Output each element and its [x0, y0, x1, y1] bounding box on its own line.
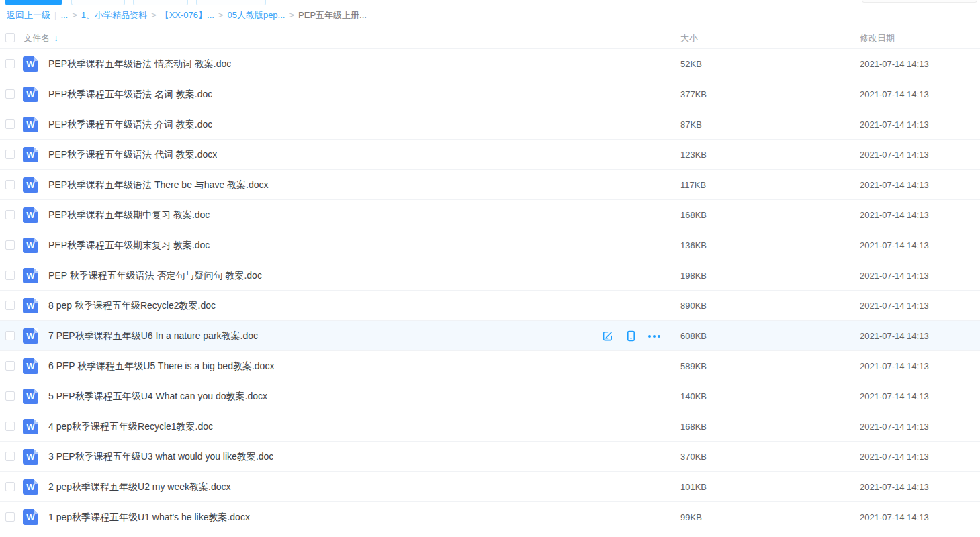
word-file-icon: W [23, 177, 38, 193]
breadcrumb-link[interactable]: 05人教版pep... [227, 10, 285, 20]
row-checkbox[interactable] [5, 301, 15, 310]
word-file-icon: W [23, 509, 38, 525]
file-modified-date: 2021-07-14 14:13 [860, 351, 929, 381]
file-row[interactable]: W PEP秋季课程五年级语法 There be 与have 教案.docx 11 [0, 170, 980, 200]
file-name[interactable]: PEP秋季课程五年级期中复习 教案.doc [48, 200, 210, 230]
word-file-icon: W [23, 298, 38, 313]
breadcrumb-link[interactable]: 1、小学精品资料 [81, 10, 147, 20]
file-modified-date: 2021-07-14 14:13 [860, 381, 929, 411]
row-checkbox[interactable] [5, 361, 15, 371]
file-name[interactable]: PEP秋季课程五年级语法 名词 教案.doc [48, 79, 212, 109]
file-name[interactable]: 2 pep秋季课程五年级U2 my week教案.docx [48, 472, 231, 502]
row-checkbox[interactable] [5, 210, 15, 219]
breadcrumb-current: PEP五年级上册... [298, 10, 367, 20]
file-row[interactable]: W PEP秋季课程五年级语法 名词 教案.doc 377KB 2021- [0, 79, 980, 109]
row-checkbox[interactable] [5, 240, 15, 250]
file-modified-date: 2021-07-14 14:13 [860, 411, 929, 442]
file-size: 608KB [680, 321, 707, 351]
row-checkbox[interactable] [5, 422, 15, 431]
row-checkbox[interactable] [5, 119, 15, 129]
breadcrumb-back-link[interactable]: 返回上一级 [7, 10, 50, 20]
file-size: 99KB [680, 502, 702, 532]
column-header-filename[interactable]: 文件名↓ [24, 32, 58, 44]
file-modified-date: 2021-07-14 14:13 [860, 260, 929, 291]
file-row[interactable]: W 1 pep秋季课程五年级U1 what's he like教案.docx 9 [0, 502, 980, 532]
file-modified-date: 2021-07-14 14:13 [860, 49, 929, 79]
toolbar-stub-button-3[interactable] [133, 0, 188, 5]
file-name[interactable]: 4 pep秋季课程五年级Recycle1教案.doc [48, 411, 213, 442]
file-name[interactable]: 7 PEP秋季课程五年级U6 In a nature park教案.doc [48, 321, 258, 351]
row-checkbox[interactable] [5, 180, 15, 189]
file-size: 370KB [680, 442, 707, 472]
toolbar-stub-primary-button[interactable] [5, 0, 62, 5]
select-all-checkbox[interactable] [5, 33, 15, 42]
row-checkbox[interactable] [5, 271, 15, 280]
column-header-filename-label: 文件名 [24, 33, 50, 43]
file-size: 123KB [680, 140, 707, 170]
file-row[interactable]: W 6 PEP 秋季课程五年级U5 There is a big bed教案.d… [0, 351, 980, 381]
file-row[interactable]: W PEP秋季课程五年级期末复习 教案.doc 136KB 2021-0 [0, 230, 980, 260]
row-checkbox[interactable] [5, 89, 15, 99]
column-header-modified[interactable]: 修改日期 [860, 32, 895, 44]
file-name[interactable]: 6 PEP 秋季课程五年级U5 There is a big bed教案.doc… [48, 351, 274, 381]
row-checkbox[interactable] [5, 512, 15, 522]
file-name[interactable]: PEP秋季课程五年级语法 There be 与have 教案.docx [48, 170, 269, 200]
row-checkbox[interactable] [5, 391, 15, 401]
column-header-size[interactable]: 大小 [680, 32, 698, 44]
toolbar-stub-button-2[interactable] [71, 0, 125, 5]
word-file-icon: W [23, 56, 38, 72]
breadcrumb-link[interactable]: ... [60, 10, 68, 20]
breadcrumb: 返回上一级|...>1、小学精品资料>【XX-076】...>05人教版pep.… [7, 9, 367, 21]
file-row[interactable]: W 4 pep秋季课程五年级Recycle1教案.doc 168KB 2 [0, 411, 980, 442]
file-modified-date: 2021-07-14 14:13 [860, 140, 929, 170]
file-row[interactable]: W 2 pep秋季课程五年级U2 my week教案.docx 101KB [0, 472, 980, 502]
file-name[interactable]: 1 pep秋季课程五年级U1 what's he like教案.docx [48, 502, 250, 532]
word-file-icon: W [23, 117, 38, 132]
file-name[interactable]: PEP秋季课程五年级语法 介词 教案.doc [48, 109, 212, 140]
file-row[interactable]: W PEP 秋季课程五年级语法 否定句与疑问句 教案.doc 198KB [0, 260, 980, 291]
file-row[interactable]: W 3 PEP秋季课程五年级U3 what would you like教案.d… [0, 442, 980, 472]
toolbar-stub-button-4[interactable] [196, 0, 266, 5]
sort-descending-icon[interactable]: ↓ [54, 32, 58, 43]
file-name[interactable]: PEP秋季课程五年级语法 情态动词 教案.doc [48, 49, 231, 79]
file-row[interactable]: W 5 PEP秋季课程五年级U4 What can you do教案.docx [0, 381, 980, 411]
file-row[interactable]: W 7 PEP秋季课程五年级U6 In a nature park教案.doc [0, 321, 980, 351]
file-modified-date: 2021-07-14 14:13 [860, 502, 929, 532]
row-checkbox[interactable] [5, 331, 15, 340]
more-actions-icon[interactable] [648, 330, 660, 342]
file-modified-date: 2021-07-14 14:13 [860, 291, 929, 321]
file-row[interactable]: W PEP秋季课程五年级语法 代词 教案.docx 123KB 2021 [0, 140, 980, 170]
word-file-icon: W [23, 479, 38, 495]
word-file-icon: W [23, 358, 38, 374]
word-file-icon: W [23, 328, 38, 344]
file-name[interactable]: PEP 秋季课程五年级语法 否定句与疑问句 教案.doc [48, 260, 262, 291]
file-name[interactable]: PEP秋季课程五年级期末复习 教案.doc [48, 230, 210, 260]
file-row[interactable]: W PEP秋季课程五年级语法 介词 教案.doc 87KB 2021-0 [0, 109, 980, 140]
breadcrumb-separator: > [289, 10, 294, 20]
word-file-icon: W [23, 207, 38, 223]
file-row[interactable]: W PEP秋季课程五年级期中复习 教案.doc 168KB 2021-0 [0, 200, 980, 230]
file-size: 52KB [680, 49, 702, 79]
file-row[interactable]: W 8 pep 秋季课程五年级Recycle2教案.doc 890KB [0, 291, 980, 321]
row-checkbox[interactable] [5, 59, 15, 68]
word-file-icon: W [23, 238, 38, 253]
mobile-icon[interactable] [625, 330, 637, 342]
file-size: 198KB [680, 260, 707, 291]
file-modified-date: 2021-07-14 14:13 [860, 472, 929, 502]
breadcrumb-separator: > [72, 10, 77, 20]
row-checkbox[interactable] [5, 482, 15, 491]
file-modified-date: 2021-07-14 14:13 [860, 442, 929, 472]
row-checkbox[interactable] [5, 452, 15, 461]
file-name[interactable]: 8 pep 秋季课程五年级Recycle2教案.doc [48, 291, 216, 321]
file-name[interactable]: 3 PEP秋季课程五年级U3 what would you like教案.doc [48, 442, 273, 472]
rename-icon[interactable] [601, 330, 613, 342]
word-file-icon: W [23, 147, 38, 162]
file-name[interactable]: 5 PEP秋季课程五年级U4 What can you do教案.docx [48, 381, 267, 411]
word-file-icon: W [23, 419, 38, 434]
file-name[interactable]: PEP秋季课程五年级语法 代词 教案.docx [48, 140, 217, 170]
word-file-icon: W [23, 449, 38, 465]
file-row[interactable]: W PEP秋季课程五年级语法 情态动词 教案.doc 52KB 2021 [0, 49, 980, 79]
breadcrumb-link[interactable]: 【XX-076】... [161, 10, 214, 20]
file-modified-date: 2021-07-14 14:13 [860, 79, 929, 109]
row-checkbox[interactable] [5, 150, 15, 159]
